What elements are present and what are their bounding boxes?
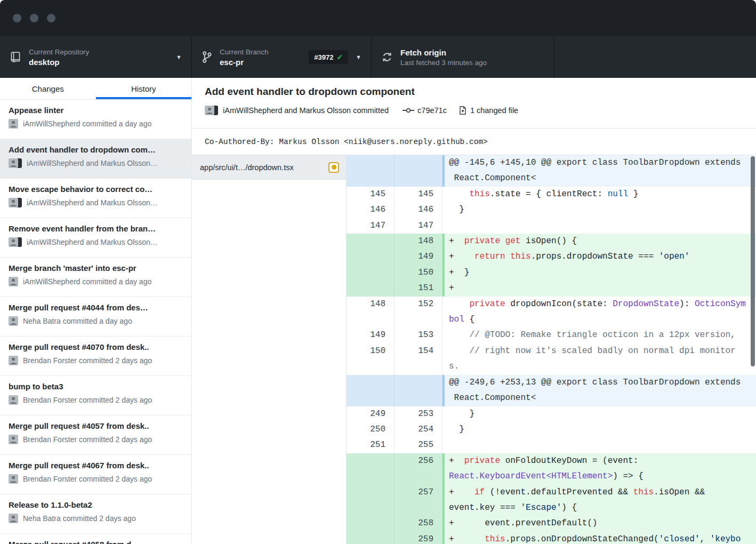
code-line: bol { [449, 312, 756, 327]
diff-code-cell: // @TODO: Remake triangle octicon in a 1… [443, 327, 756, 343]
commit-list-item[interactable]: Move escape behavior to correct co…iAmWi… [0, 179, 191, 218]
code-line: private dropdownIcon(state: DropdownStat… [449, 297, 756, 312]
commit-item-meta-text: iAmWillShepherd and Markus Olsson… [27, 198, 158, 207]
code-line [449, 218, 756, 234]
zoom-window-button[interactable] [47, 14, 55, 22]
commit-item-meta-text: iAmWillShepherd committed a day ago [23, 277, 151, 286]
code-line: + private get isOpen() { [449, 234, 756, 249]
diff-line-row[interactable]: 257+ if (!event.defaultPrevented && this… [347, 485, 756, 516]
avatar-pair [205, 106, 218, 115]
commit-item-meta: Brendan Forster committed 2 days ago [9, 395, 183, 405]
old-line-number: 149 [347, 327, 395, 343]
new-line-number: 148 [395, 234, 443, 249]
commit-item-title: Remove event handler from the bran… [9, 224, 183, 233]
commit-item-meta: iAmWillShepherd and Markus Olsson… [9, 237, 183, 247]
commit-item-meta: iAmWillShepherd committed a day ago [9, 277, 183, 286]
old-line-number [347, 281, 395, 296]
old-line-number: 148 [347, 297, 395, 328]
commit-list-item[interactable]: Add event handler to dropdown com…iAmWil… [0, 139, 191, 179]
diff-line-row[interactable]: 149153 // @TODO: Remake triangle octicon… [347, 327, 756, 343]
commit-list-item[interactable]: Release to 1.1.0-beta2Neha Batra committ… [0, 494, 191, 534]
commit-byline: iAmWillShepherd and Markus Olsson commit… [223, 106, 389, 115]
commit-item-title: Move escape behavior to correct co… [9, 185, 183, 194]
diff-code-cell: + [443, 281, 756, 296]
diff-line-row[interactable]: 249253 } [347, 406, 756, 422]
commit-item-meta: Brendan Forster committed 2 days ago [9, 435, 183, 444]
code-line: + return this.props.dropdownState === 'o… [449, 249, 756, 265]
close-window-button[interactable] [13, 14, 21, 22]
sidebar: ChangesHistory Appease linteriAmWillShep… [0, 78, 192, 544]
diff-line-row[interactable]: 258+ event.preventDefault() [347, 516, 756, 531]
diff-scrollbar[interactable] [751, 156, 755, 366]
commit-item-title: Appease linter [9, 106, 183, 115]
diff-view: @@ -145,6 +145,10 @@ export class Toolba… [347, 155, 756, 544]
commit-item-meta: Neha Batra committed 2 days ago [9, 514, 183, 523]
old-line-number: 150 [347, 343, 395, 375]
code-line: React.Component< [449, 171, 756, 186]
diff-line-row[interactable]: 259+ this.props.onDropdownStateChanged('… [347, 532, 756, 544]
new-line-number: 259 [395, 532, 443, 544]
commit-item-title: Add event handler to dropdown com… [9, 145, 183, 154]
new-line-number: 258 [395, 516, 443, 531]
tab-history[interactable]: History [96, 78, 192, 99]
titlebar [0, 0, 756, 36]
diff-hunk-row[interactable]: @@ -249,6 +253,13 @@ export class Toolba… [347, 375, 756, 406]
modified-status-icon [328, 162, 339, 173]
fetch-origin-button[interactable]: Fetch origin Last fetched 3 minutes ago [372, 36, 554, 78]
diff-line-row[interactable]: 151+ [347, 281, 756, 296]
commit-list-item[interactable]: Merge pull request #4070 from desk..Bren… [0, 337, 191, 376]
commit-sha: c79e71c [417, 106, 447, 115]
diff-line-row[interactable]: 148152 private dropdownIcon(state: Dropd… [347, 297, 756, 328]
branch-labels: Current Branch esc-pr [220, 48, 269, 67]
code-line: React.KeyboardEvent<HTMLElement>) => { [449, 469, 756, 484]
diff-line-row[interactable]: 145145 this.state = { clientRect: null } [347, 187, 756, 202]
new-line-number: 150 [395, 265, 443, 281]
commit-icon [403, 106, 414, 115]
commit-list-item[interactable]: Merge pull request #4067 from desk..Bren… [0, 455, 191, 494]
new-line-number: 255 [395, 437, 443, 453]
commit-list-item[interactable]: Remove event handler from the bran…iAmWi… [0, 218, 191, 258]
diff-hunk-row[interactable]: @@ -145,6 +145,10 @@ export class Toolba… [347, 155, 756, 187]
file-list-item[interactable]: app/src/ui/t…/dropdown.tsx [192, 155, 346, 180]
old-line-number [347, 532, 395, 544]
commit-sha-group: c79e71c [403, 106, 447, 115]
diff-code-cell [443, 218, 756, 234]
current-branch-dropdown[interactable]: Current Branch esc-pr #3972 ✓ ▼ [192, 36, 372, 78]
commit-item-title: bump to beta3 [9, 382, 183, 391]
diff-line-row[interactable]: 147147 [347, 218, 756, 234]
diff-line-row[interactable]: 250254 } [347, 422, 756, 437]
repository-labels: Current Repository desktop [29, 48, 89, 67]
modified-dot [332, 165, 336, 170]
diff-line-row[interactable]: 146146 } [347, 202, 756, 218]
commit-item-meta-text: Brendan Forster committed 2 days ago [23, 396, 152, 404]
pr-status-badge[interactable]: #3972 ✓ [309, 50, 348, 64]
old-line-number [347, 249, 395, 265]
commit-list-item[interactable]: Merge pull request #4044 from des…Neha B… [0, 297, 191, 337]
diff-line-row[interactable]: 148+ private get isOpen() { [347, 234, 756, 249]
avatar [205, 106, 214, 115]
commit-item-meta: Brendan Forster committed 2 days ago [9, 474, 183, 484]
old-line-number [347, 234, 395, 249]
commit-list-item[interactable]: Merge pull request #4058 from d… [0, 534, 191, 544]
code-line: React.Component< [449, 390, 756, 406]
diff-line-row[interactable]: 149+ return this.props.dropdownState ===… [347, 249, 756, 265]
commit-list-item[interactable]: Merge pull request #4057 from desk..Bren… [0, 415, 191, 455]
tab-changes[interactable]: Changes [0, 78, 96, 99]
code-line: } [449, 202, 756, 218]
diff-code-cell: } [443, 202, 756, 218]
commit-summary: Add event handler to dropdown component … [192, 78, 756, 128]
diff-line-row[interactable]: 256+ private onFoldoutKeyDown = (event:R… [347, 453, 756, 485]
diff-line-row[interactable]: 251255 [347, 437, 756, 453]
commit-list-item[interactable]: Appease linteriAmWillShepherd committed … [0, 100, 191, 139]
diff-line-row[interactable]: 150154 // right now it's scaled badly on… [347, 343, 756, 375]
commit-list-item[interactable]: bump to beta3Brendan Forster committed 2… [0, 376, 191, 415]
old-line-number: 250 [347, 422, 395, 437]
old-line-number [347, 155, 395, 187]
diff-code-cell: + } [443, 265, 756, 281]
code-line: @@ -249,6 +253,13 @@ export class Toolba… [449, 375, 756, 390]
commit-list-item[interactable]: Merge branch 'master' into esc-priAmWill… [0, 258, 191, 297]
current-repository-dropdown[interactable]: Current Repository desktop ▼ [0, 36, 192, 78]
diff-line-row[interactable]: 150+ } [347, 265, 756, 281]
minimize-window-button[interactable] [30, 14, 38, 22]
commit-meta-row: iAmWillShepherd and Markus Olsson commit… [205, 106, 743, 115]
